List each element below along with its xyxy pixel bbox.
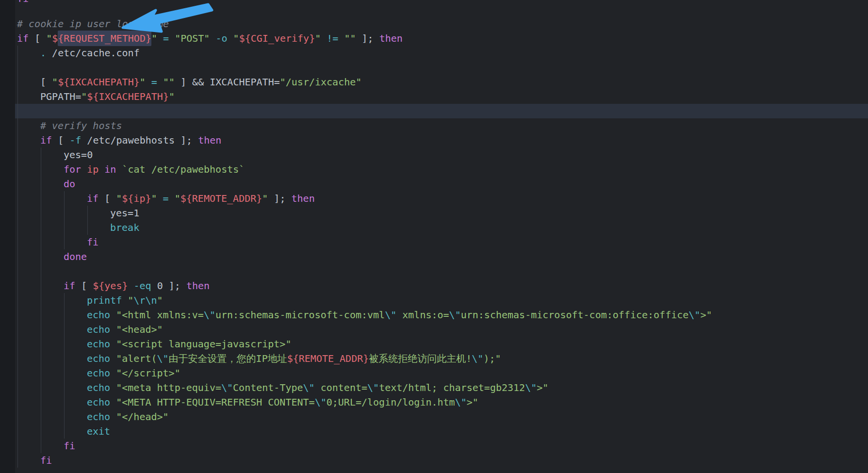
indent-guide <box>64 293 65 308</box>
indent-guide <box>41 395 41 409</box>
indent-guide <box>41 439 41 453</box>
indent-guide <box>64 206 65 220</box>
code-line: fi <box>0 439 868 453</box>
indent-guide <box>17 118 18 133</box>
code-line: echo "<html xmlns:v=\"urn:schemas-micros… <box>0 308 868 322</box>
code-line: echo "<meta http-equiv=\"Content-Type\" … <box>0 380 868 395</box>
code-line: exit <box>0 424 868 439</box>
code-line: printf "\r\n" <box>0 293 868 308</box>
indent-guide <box>64 191 65 206</box>
indent-guide <box>17 366 18 380</box>
indent-guide <box>41 220 41 235</box>
indent-guide <box>41 409 41 424</box>
indent-guide <box>17 46 18 60</box>
indent-guide <box>41 322 41 337</box>
code-line <box>0 60 868 75</box>
indent-guide <box>41 235 41 249</box>
indent-guide <box>17 147 18 162</box>
editor-gutter <box>0 0 15 473</box>
indent-guide <box>64 366 65 380</box>
indent-guide <box>17 351 18 366</box>
indent-guide <box>64 220 65 235</box>
indent-guide <box>41 308 41 322</box>
indent-guide <box>17 293 18 308</box>
selection-highlight: {REQUEST_METHOD} <box>58 31 151 46</box>
code-area: # cookie ip user logintimeif [ "${REQUES… <box>0 16 868 468</box>
indent-guide <box>41 351 41 366</box>
indent-guide <box>17 409 18 424</box>
indent-guide <box>41 264 41 278</box>
indent-guide <box>41 206 41 220</box>
indent-guide <box>17 220 18 235</box>
indent-guide <box>17 424 18 439</box>
indent-guide <box>41 293 41 308</box>
indent-guide <box>64 308 65 322</box>
code-line: if [ ${yes} -eq 0 ]; then <box>0 278 868 293</box>
indent-guide <box>17 206 18 220</box>
code-line: done <box>0 249 868 264</box>
indent-guide <box>64 409 65 424</box>
indent-guide <box>41 424 41 439</box>
indent-guide <box>17 162 18 177</box>
clipped-previous-line: fi <box>17 0 29 6</box>
code-line: yes=0 <box>0 147 868 162</box>
indent-guide <box>17 278 18 293</box>
code-line: break <box>0 220 868 235</box>
indent-guide <box>41 366 41 380</box>
code-line: echo "<head>" <box>0 322 868 337</box>
current-line <box>0 104 868 118</box>
indent-guide <box>17 249 18 264</box>
indent-guide <box>64 322 65 337</box>
code-line: # cookie ip user logintime <box>0 16 868 31</box>
indent-guide <box>17 191 18 206</box>
indent-guide <box>64 380 65 395</box>
code-line: echo "<script language=javascript>" <box>0 337 868 351</box>
code-line: . /etc/cache.conf <box>0 46 868 60</box>
indent-guide <box>17 89 18 104</box>
indent-guide <box>17 337 18 351</box>
code-editor[interactable]: fi # cookie ip user logintimeif [ "${REQ… <box>0 0 868 473</box>
indent-guide <box>41 380 41 395</box>
indent-guide <box>87 206 88 220</box>
indent-guide <box>41 278 41 293</box>
code-line <box>0 264 868 278</box>
indent-guide <box>17 264 18 278</box>
indent-guide <box>17 75 18 89</box>
code-line: PGPATH="${IXCACHEPATH}" <box>0 89 868 104</box>
indent-guide <box>17 322 18 337</box>
indent-guide <box>41 337 41 351</box>
indent-guide <box>41 177 41 191</box>
indent-guide <box>41 147 41 162</box>
code-line: if [ "${REQUEST_METHOD}" = "POST" -o "${… <box>0 31 868 46</box>
indent-guide <box>17 133 18 147</box>
indent-guide <box>41 162 41 177</box>
code-line: echo "<META HTTP-EQUIV=REFRESH CONTENT=\… <box>0 395 868 409</box>
indent-guide <box>17 395 18 409</box>
code-line: [ "${IXCACHEPATH}" = "" ] && IXCACHEPATH… <box>0 75 868 89</box>
indent-guide <box>17 453 18 468</box>
code-line: yes=1 <box>0 206 868 220</box>
indent-guide <box>17 104 18 118</box>
indent-guide <box>17 439 18 453</box>
indent-guide <box>17 177 18 191</box>
indent-guide <box>64 395 65 409</box>
indent-guide <box>87 220 88 235</box>
indent-guide <box>41 191 41 206</box>
code-line: if [ "${ip}" = "${REMOTE_ADDR}" ]; then <box>0 191 868 206</box>
indent-guide <box>64 424 65 439</box>
indent-guide <box>17 235 18 249</box>
indent-guide <box>17 380 18 395</box>
code-line: echo "</script>" <box>0 366 868 380</box>
code-line: fi <box>0 453 868 468</box>
indent-guide <box>17 60 18 75</box>
indent-guide <box>41 249 41 264</box>
indent-guide <box>64 351 65 366</box>
code-line: echo "</head>" <box>0 409 868 424</box>
code-line: fi <box>0 235 868 249</box>
code-line: echo "alert(\"由于安全设置，您的IP地址${REMOTE_ADDR… <box>0 351 868 366</box>
indent-guide <box>64 337 65 351</box>
indent-guide <box>17 308 18 322</box>
code-line: if [ -f /etc/pawebhosts ]; then <box>0 133 868 147</box>
indent-guide <box>64 235 65 249</box>
code-line: # verify hosts <box>0 118 868 133</box>
